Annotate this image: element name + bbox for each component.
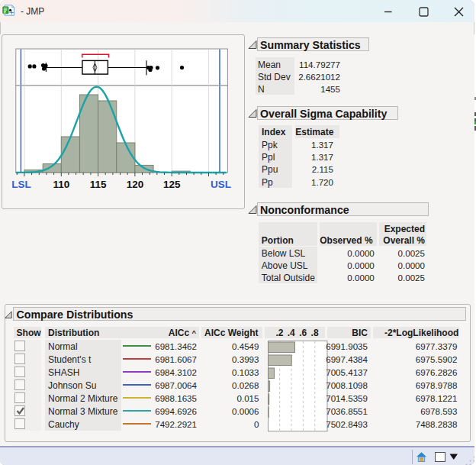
svg-text:LSL: LSL <box>11 179 31 190</box>
svg-text:USL: USL <box>211 179 231 190</box>
svg-text:110: 110 <box>53 179 69 190</box>
svg-text:120: 120 <box>127 179 144 190</box>
svg-text:125: 125 <box>163 179 181 190</box>
svg-text:115: 115 <box>90 179 107 190</box>
